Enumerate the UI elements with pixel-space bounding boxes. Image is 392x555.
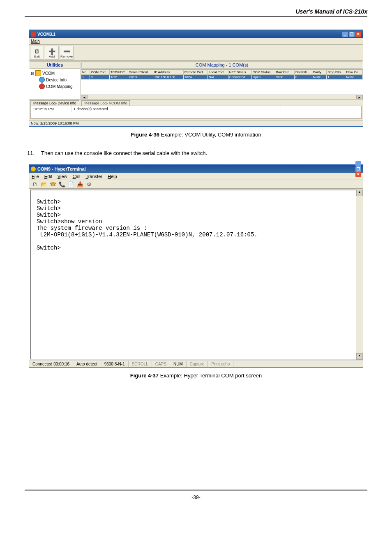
status-num: NUM	[170, 361, 187, 367]
connect-icon[interactable]: ☎	[50, 181, 56, 187]
scroll-right-icon[interactable]: ►	[356, 95, 363, 99]
status-params: 9600 8-N-1	[101, 361, 129, 367]
folder-icon	[35, 70, 41, 76]
remove-button[interactable]: ➖Remove	[60, 46, 74, 60]
open-icon[interactable]: 📂	[41, 181, 47, 187]
add-button[interactable]: ➕Add	[45, 46, 59, 60]
mapping-table[interactable]: NoCOM PortTCP/UDP Server/ClientIP Addres…	[81, 69, 363, 95]
ht-maximize-button[interactable]: ❐	[355, 166, 361, 172]
ht-close-button[interactable]: ✕	[355, 172, 361, 177]
new-icon[interactable]: 🗋	[32, 181, 38, 187]
step-number: 11.	[27, 150, 35, 156]
scroll-down-icon[interactable]: ▾	[356, 353, 363, 360]
remove-icon: ➖	[62, 48, 71, 55]
figure-caption-1: Figure 4-36 Example: VCOM Utility, COM9 …	[25, 132, 367, 138]
status-caps: CAPS	[152, 361, 170, 367]
ht-titlebar: COM9 - HyperTerminal _ ❐ ✕	[29, 165, 363, 173]
vcom-menubar: Main	[29, 38, 363, 45]
log-row: 10:12:19 PM 1 device(s) searched.	[31, 106, 361, 112]
tree-device-info[interactable]: Device Info	[31, 76, 79, 83]
tree-com-mapping[interactable]: COM Mapping	[31, 83, 79, 90]
menu-transfer[interactable]: Transfer	[85, 174, 102, 179]
mapping-header: COM Mapping - 1 COM(s)	[81, 61, 362, 69]
status-scroll: SCROLL	[129, 361, 152, 367]
utilities-header: Utilities	[30, 61, 80, 69]
vcom-statusbar: Now: 2/25/2009 10:16:08 PM	[29, 120, 363, 126]
globe-icon	[39, 77, 45, 83]
app-icon	[31, 32, 36, 37]
log-body: 10:12:19 PM 1 device(s) searched.	[30, 106, 362, 119]
status-echo: Print echo	[208, 361, 233, 367]
ht-statusbar: Connected 00:00:16 Auto detect 9600 8-N-…	[29, 361, 363, 367]
menu-edit[interactable]: Edit	[44, 174, 52, 179]
minimize-button[interactable]: _	[342, 32, 348, 37]
scroll-up-icon[interactable]: ▴	[356, 190, 363, 196]
utilities-pane: Utilities ⊟ VCOM Device Info COM Mapping	[29, 61, 81, 99]
vcom-titlebar: VCOM3.1 _ ❐ ✕	[29, 30, 363, 38]
vcom-title: VCOM3.1	[37, 32, 55, 37]
status-capture: Capture	[187, 361, 208, 367]
h-scrollbar[interactable]: ◄ ►	[81, 95, 363, 99]
disconnect-icon[interactable]: 📞	[59, 181, 65, 187]
add-icon: ➕	[48, 48, 56, 55]
receive-icon[interactable]: 📥	[77, 181, 83, 187]
ht-v-scrollbar[interactable]: ▴ ▾	[356, 190, 363, 360]
menu-main[interactable]: Main	[31, 39, 40, 44]
status-connected: Connected 00:00:16	[29, 361, 73, 367]
menu-view[interactable]: View	[58, 174, 67, 179]
menu-help[interactable]: Help	[108, 174, 117, 179]
com-icon	[39, 83, 45, 89]
terminal-output[interactable]: Switch> Switch> Switch> Switch>show vers…	[30, 190, 362, 360]
ht-menubar: File Edit View Call Transfer Help	[29, 173, 363, 180]
ht-toolbar: 🗋 📂 ☎ 📞 📄 📥 ⚙	[29, 180, 363, 189]
status-detect: Auto detect	[73, 361, 101, 367]
vcom-window: VCOM3.1 _ ❐ ✕ Main 🖥Exit ➕Add ➖Remove Ut…	[29, 30, 363, 127]
menu-file[interactable]: File	[32, 174, 39, 179]
hyperterminal-window: COM9 - HyperTerminal _ ❐ ✕ File Edit Vie…	[29, 164, 363, 368]
mapping-pane: COM Mapping - 1 COM(s) NoCOM PortTCP/UDP…	[81, 61, 363, 99]
scroll-left-icon[interactable]: ◄	[81, 95, 88, 99]
menu-call[interactable]: Call	[73, 174, 81, 179]
ht-title-text: COM9 - HyperTerminal	[37, 166, 86, 171]
table-row[interactable]: 19TCP Client192.168.0.1001024 N/AConnect…	[81, 75, 363, 80]
exit-button[interactable]: 🖥Exit	[30, 46, 44, 60]
log-tab-device[interactable]: Message Log- Device Info	[30, 100, 79, 106]
figure-caption-2: Figure 4-37 Example: Hyper Terminal COM …	[25, 372, 367, 379]
log-tab-vcom[interactable]: Message Log- VCOM Info	[81, 100, 130, 106]
ht-app-icon	[31, 166, 36, 171]
send-icon[interactable]: 📄	[68, 181, 74, 187]
doc-header: User's Manual of ICS-210x	[25, 8, 367, 16]
vcom-toolbar: 🖥Exit ➕Add ➖Remove	[29, 45, 363, 61]
page-number: -39-	[25, 495, 367, 500]
footer-rule	[25, 490, 367, 490]
table-header-row: NoCOM PortTCP/UDP Server/ClientIP Addres…	[81, 70, 363, 75]
log-tabs: Message Log- Device Info Message Log- VC…	[29, 99, 363, 119]
utilities-tree[interactable]: ⊟ VCOM Device Info COM Mapping	[29, 69, 81, 90]
exit-icon: 🖥	[33, 48, 41, 55]
step-11: 11. Then can use the console like connec…	[27, 150, 367, 156]
step-text: Then can use the console like connect th…	[41, 150, 207, 156]
close-button[interactable]: ✕	[355, 32, 361, 37]
maximize-button[interactable]: ❐	[349, 32, 355, 37]
ht-minimize-button[interactable]: _	[355, 161, 361, 166]
tree-root[interactable]: ⊟ VCOM	[31, 70, 79, 76]
header-rule	[25, 16, 367, 17]
properties-icon[interactable]: ⚙	[86, 181, 92, 187]
